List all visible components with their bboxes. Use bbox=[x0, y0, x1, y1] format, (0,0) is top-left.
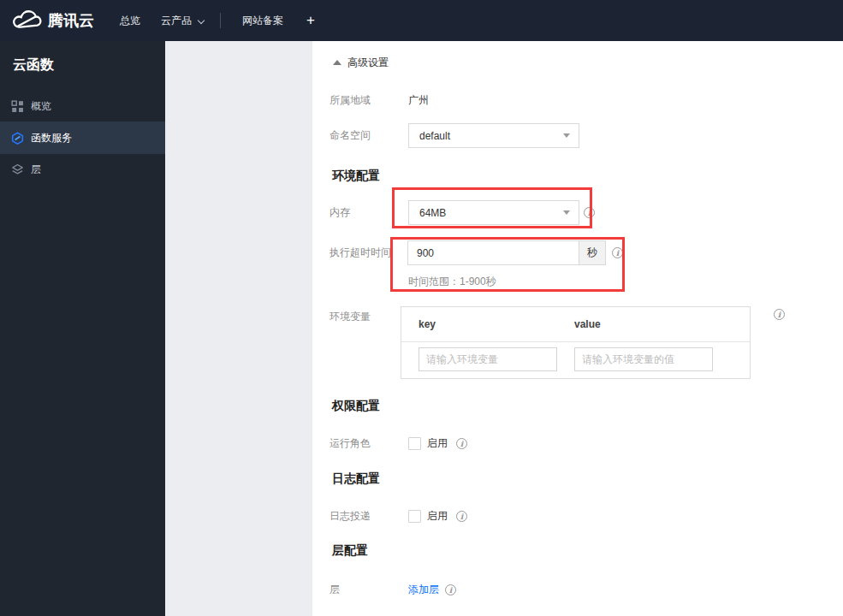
env-key-header: key bbox=[419, 307, 436, 341]
section-perm-config: 权限配置 bbox=[332, 399, 380, 414]
nav-item-cloud-products[interactable]: 云产品 bbox=[161, 0, 192, 41]
sidebar-item-label: 函数服务 bbox=[31, 131, 72, 145]
overview-grid-icon bbox=[11, 100, 24, 113]
role-row: 运行角色 启用 bbox=[329, 435, 467, 452]
sidebar-item-layers[interactable]: 层 bbox=[0, 153, 165, 186]
layers-icon bbox=[11, 163, 24, 176]
memory-row: 内存 64MB bbox=[329, 200, 579, 225]
chevron-down-icon bbox=[198, 17, 205, 24]
add-tab-button[interactable]: + bbox=[306, 0, 315, 40]
advanced-settings-label: 高级设置 bbox=[347, 56, 389, 70]
memory-select[interactable]: 64MB bbox=[408, 200, 579, 225]
section-log-config: 日志配置 bbox=[332, 471, 380, 487]
collapse-arrow-icon bbox=[333, 60, 341, 65]
sidebar-item-label: 层 bbox=[31, 163, 41, 177]
role-enable-label: 启用 bbox=[427, 436, 448, 451]
info-icon[interactable] bbox=[774, 309, 785, 320]
timeout-unit: 秒 bbox=[579, 241, 605, 264]
table-divider bbox=[401, 341, 750, 342]
timeout-hint: 时间范围：1-900秒 bbox=[408, 275, 496, 289]
advanced-settings-toggle[interactable]: 高级设置 bbox=[333, 56, 389, 68]
memory-label: 内存 bbox=[329, 205, 408, 220]
log-delivery-label: 日志投递 bbox=[329, 509, 408, 524]
info-icon[interactable] bbox=[456, 438, 467, 449]
namespace-selected-value: default bbox=[419, 130, 450, 142]
chevron-down-icon bbox=[563, 133, 570, 138]
sidebar-item-label: 概览 bbox=[31, 99, 51, 114]
sidebar-item-function-service[interactable]: 函数服务 bbox=[0, 121, 165, 154]
namespace-row: 命名空间 default bbox=[329, 123, 579, 148]
env-vars-label: 环境变量 bbox=[329, 310, 408, 324]
brand-name[interactable]: 腾讯云 bbox=[48, 0, 94, 41]
log-enable-label: 启用 bbox=[427, 509, 448, 524]
namespace-label: 命名空间 bbox=[329, 128, 408, 143]
log-delivery-row: 日志投递 启用 bbox=[329, 507, 467, 524]
nav-item-overview[interactable]: 总览 bbox=[120, 0, 140, 41]
secondary-panel-background bbox=[165, 41, 312, 616]
sidebar-item-overview[interactable]: 概览 bbox=[0, 90, 165, 122]
role-enable-checkbox[interactable] bbox=[408, 437, 421, 450]
region-label: 所属地域 bbox=[329, 93, 408, 108]
layer-label: 层 bbox=[329, 583, 408, 597]
layer-row: 层 添加层 bbox=[329, 583, 456, 596]
info-icon[interactable] bbox=[612, 247, 623, 258]
timeout-row: 执行超时时间 bbox=[329, 240, 408, 265]
add-layer-link[interactable]: 添加层 bbox=[408, 583, 439, 597]
navbar-divider bbox=[220, 13, 221, 28]
region-value: 广州 bbox=[408, 93, 429, 108]
main-content: 高级设置 所属地域 广州 命名空间 default 环境配置 内存 64MB 执… bbox=[312, 41, 843, 616]
role-label: 运行角色 bbox=[329, 436, 408, 451]
chevron-down-icon bbox=[563, 210, 570, 215]
tencent-cloud-logo-icon[interactable] bbox=[12, 9, 43, 34]
info-icon[interactable] bbox=[445, 584, 456, 595]
namespace-select[interactable]: default bbox=[408, 123, 579, 148]
env-vars-table: key value bbox=[401, 306, 751, 379]
sidebar-title: 云函数 bbox=[13, 56, 54, 74]
region-row: 所属地域 广州 bbox=[329, 88, 429, 113]
timeout-input[interactable] bbox=[408, 241, 579, 264]
sidebar: 云函数 概览 函数服务 层 bbox=[0, 41, 165, 616]
timeout-input-group: 秒 bbox=[407, 240, 606, 265]
env-value-header: value bbox=[574, 307, 601, 341]
top-navbar: 腾讯云 总览 云产品 网站备案 + bbox=[0, 0, 843, 41]
section-layer-config: 层配置 bbox=[332, 543, 368, 559]
memory-selected-value: 64MB bbox=[419, 207, 446, 219]
nav-item-icp[interactable]: 网站备案 bbox=[242, 0, 283, 41]
env-value-input[interactable] bbox=[574, 347, 713, 371]
scf-hexagon-icon bbox=[11, 132, 24, 145]
section-env-config: 环境配置 bbox=[332, 169, 380, 184]
log-enable-checkbox[interactable] bbox=[408, 510, 421, 523]
info-icon[interactable] bbox=[456, 511, 467, 522]
timeout-label: 执行超时时间 bbox=[329, 246, 408, 260]
env-key-input[interactable] bbox=[419, 347, 557, 371]
info-icon[interactable] bbox=[584, 207, 595, 218]
